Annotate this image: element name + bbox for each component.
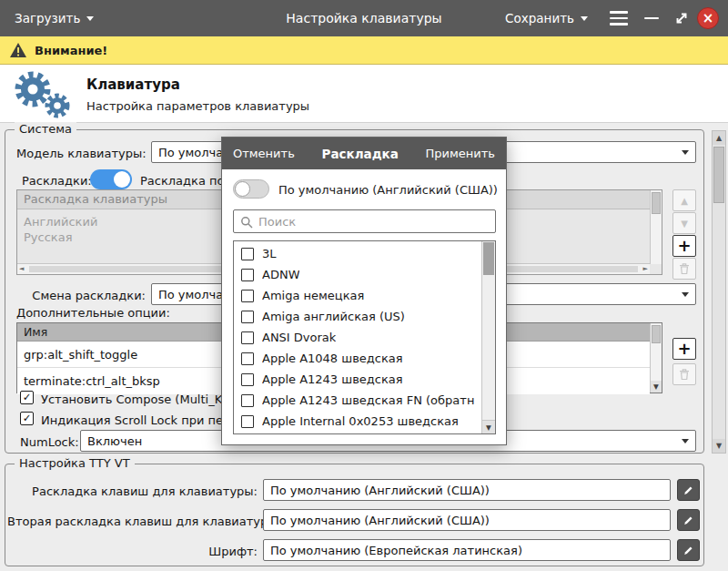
tty-keymap-dropdown[interactable]: По умолчанию (Английский (США)) (263, 479, 671, 501)
maximize-button[interactable] (673, 10, 690, 26)
scroll-up-button[interactable]: ▲ (713, 131, 725, 145)
tty-font-dropdown[interactable]: По умолчанию (Европейская латинская) (263, 539, 671, 561)
layout-option-checkbox[interactable] (241, 373, 254, 386)
default-layout-toggle[interactable] (90, 169, 132, 189)
layout-list-vscrollbar[interactable] (650, 190, 662, 264)
dialog-title: Раскладка (321, 147, 398, 161)
move-layout-up-button[interactable]: ▲ (672, 189, 696, 211)
layout-dialog: Отменить Раскладка Применить По умолчани… (221, 137, 507, 445)
numlock-value: Включен (87, 434, 142, 448)
arrow-up-icon: ▲ (681, 196, 688, 206)
layout-option[interactable]: 3L (234, 243, 481, 264)
keyboard-settings-window: Загрузить Настройка клавиатуры Сохранить… (0, 0, 728, 571)
move-layout-down-button[interactable]: ▼ (672, 212, 696, 234)
compose-checkbox[interactable]: ✓ (20, 391, 34, 404)
arrow-down-icon: ▼ (486, 423, 491, 432)
layout-option[interactable]: ANSI Dvorak (234, 327, 481, 348)
add-layout-button[interactable]: + (672, 235, 696, 257)
trash-icon (678, 368, 691, 381)
layout-option-label: Apple A1048 шведская (262, 352, 403, 365)
layout-option-checkbox[interactable] (241, 331, 254, 344)
check-icon: ✓ (23, 413, 32, 424)
menu-button[interactable] (608, 9, 630, 27)
layout-option-checkbox[interactable] (241, 269, 254, 281)
search-input[interactable] (258, 211, 491, 231)
page-subtitle: Настройка параметров клавиатуры (86, 99, 309, 113)
plus-icon: + (677, 339, 691, 358)
tty-keymap2-edit-button[interactable] (677, 509, 700, 531)
arrow-left-icon[interactable]: ◄ (19, 266, 24, 272)
save-button-label: Сохранить (505, 11, 574, 25)
dialog-apply-button[interactable]: Применить (426, 147, 495, 160)
layout-option[interactable]: Apple Internal 0x0253 шведская (234, 411, 481, 432)
layout-switching-label: Смена раскладки: (16, 289, 146, 302)
layout-option-checkbox[interactable] (241, 248, 254, 260)
add-option-button[interactable]: + (672, 338, 696, 360)
pencil-icon (682, 515, 694, 526)
search-icon (240, 216, 253, 229)
layout-option-checkbox[interactable] (241, 352, 254, 365)
close-icon: × (703, 10, 714, 26)
layout-option-label: Apple Internal 0x0253 шведская (262, 414, 459, 428)
toggle-knob (114, 171, 130, 188)
layout-option[interactable]: Apple A1243 шведская (234, 369, 481, 390)
dialog-header: Отменить Раскладка Применить (222, 138, 506, 169)
dialog-list-scrollbar[interactable]: ▼ (481, 241, 495, 433)
layout-option-checkbox[interactable] (241, 415, 254, 428)
trash-icon (678, 262, 691, 275)
page-header: Клавиатура Настройка параметров клавиату… (0, 65, 728, 123)
arrow-right-icon[interactable]: ► (643, 266, 648, 272)
load-dropdown-button[interactable]: Загрузить (9, 0, 99, 36)
tty-keymap2-dropdown[interactable]: По умолчанию (Английский (США)) (263, 509, 671, 531)
layout-options-rows: 3L ADNW Amiga немецкая Amiga английская … (234, 243, 481, 433)
arrow-up-icon: ▲ (716, 134, 722, 142)
tty-keymap2-value: По умолчанию (Английский (США)) (270, 514, 490, 527)
delete-layout-button[interactable] (672, 258, 696, 280)
options-table-vscrollbar[interactable]: ▼ (650, 323, 662, 393)
minimize-button[interactable] (644, 11, 662, 25)
close-button[interactable]: × (697, 7, 719, 29)
layout-option[interactable]: Apple A1048 шведская (234, 348, 481, 369)
tty-font-label: Шрифт: (7, 545, 258, 558)
layout-option[interactable]: Amiga немецкая (234, 285, 481, 306)
scrollbar-thumb[interactable] (652, 192, 661, 214)
scrolllock-checkbox[interactable]: ✓ (20, 412, 34, 425)
warning-text: Внимание! (35, 44, 107, 57)
dialog-cancel-button[interactable]: Отменить (233, 147, 295, 160)
layout-option-label: Apple A1243 шведская (262, 372, 403, 386)
scroll-down-button[interactable]: ▼ (482, 420, 495, 433)
titlebar: Загрузить Настройка клавиатуры Сохранить… (0, 0, 728, 36)
dialog-default-toggle[interactable] (233, 179, 269, 199)
layout-option[interactable]: Amiga английская (US) (234, 306, 481, 327)
pencil-icon (682, 545, 694, 556)
system-group-legend: Система (15, 122, 76, 136)
plus-icon: + (677, 236, 691, 255)
delete-option-button[interactable] (672, 363, 696, 385)
scrollbar-thumb[interactable] (713, 147, 724, 203)
layout-option-checkbox[interactable] (241, 290, 254, 302)
layouts-label: Раскладки: (22, 174, 92, 188)
scroll-down-button[interactable]: ▼ (651, 381, 662, 393)
caret-down-icon (682, 439, 689, 444)
scroll-down-button[interactable]: ▼ (713, 439, 725, 453)
layout-option-label: ADNW (262, 268, 299, 281)
extra-options-label: Дополнительные опции: (16, 306, 170, 320)
layout-option-checkbox[interactable] (241, 394, 254, 407)
layout-option[interactable]: Apple A1243 шведская FN (обратн (234, 390, 481, 411)
main-scrollbar[interactable]: ▲ ▼ (712, 130, 726, 454)
warning-banner: Внимание! (0, 36, 728, 65)
tty-font-edit-button[interactable] (677, 539, 700, 561)
keyboard-model-label: Модель клавиатуры: (16, 147, 146, 160)
hamburger-icon (610, 11, 628, 14)
caret-down-icon (581, 16, 588, 21)
tty-keymap-edit-button[interactable] (677, 479, 700, 501)
save-dropdown-button[interactable]: Сохранить (500, 0, 593, 36)
layout-option-checkbox[interactable] (241, 311, 254, 323)
layout-option[interactable]: ADNW (234, 264, 481, 285)
layout-option-label: Amiga английская (US) (262, 310, 405, 323)
scrollbar-thumb[interactable] (652, 325, 661, 343)
scrollbar-thumb[interactable] (483, 242, 494, 275)
load-button-label: Загрузить (15, 11, 80, 25)
layout-options-list: 3L ADNW Amiga немецкая Amiga английская … (233, 240, 496, 434)
tty-font-value: По умолчанию (Европейская латинская) (270, 544, 522, 557)
